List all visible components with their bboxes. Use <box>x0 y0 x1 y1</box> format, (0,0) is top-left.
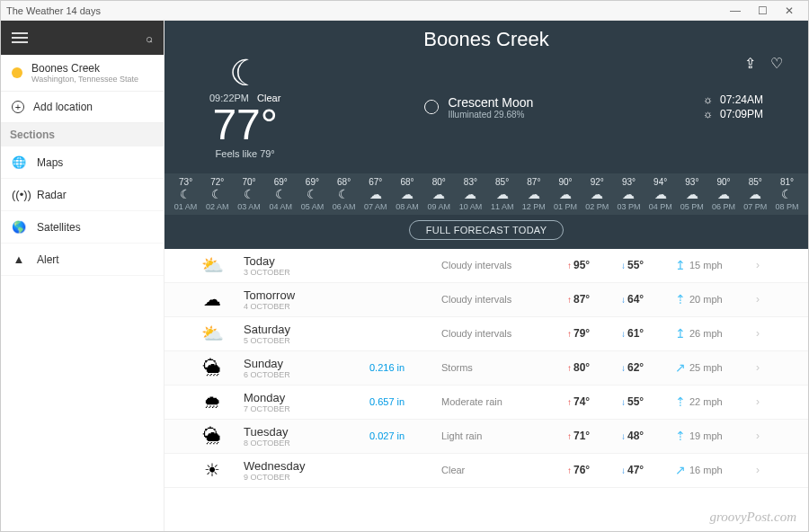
hourly-temp: 85° <box>486 177 518 187</box>
chevron-right-icon: › <box>756 361 774 374</box>
daily-high: 74° <box>567 395 621 408</box>
daily-wind: ↥26 mph <box>675 326 756 341</box>
daily-row[interactable]: 🌦Sunday6 OCTOBER0.216 inStorms80°62°↗25 … <box>164 351 808 386</box>
location-dot-icon <box>12 67 22 78</box>
hourly-icon: ☁ <box>455 187 486 202</box>
hourly-cell[interactable]: 94°☁04 PM <box>645 177 676 211</box>
menu-icon[interactable] <box>12 32 28 43</box>
daily-icon: ☀ <box>181 459 244 481</box>
sidebar-item-satellites[interactable]: 🌎Satellites <box>1 211 164 244</box>
add-location-button[interactable]: + Add location <box>1 92 164 123</box>
favorite-icon[interactable]: ♡ <box>770 55 783 72</box>
close-button[interactable]: ✕ <box>776 4 803 17</box>
daily-wind: ↗25 mph <box>675 360 756 375</box>
daily-name: Sunday <box>244 357 369 370</box>
hourly-cell[interactable]: 90°☁06 PM <box>707 177 739 211</box>
feels-like: Feels like 79° <box>216 148 275 159</box>
daily-condition: Cloudy intervals <box>441 328 567 339</box>
hourly-temp: 90° <box>707 177 739 187</box>
daily-row[interactable]: 🌧Monday7 OCTOBER0.657 inModerate rain74°… <box>164 386 808 420</box>
maximize-button[interactable]: ☐ <box>749 4 776 17</box>
hourly-time: 12 PM <box>518 202 549 211</box>
sidebar-item-radar[interactable]: ((•))Radar <box>1 179 164 211</box>
hourly-cell[interactable]: 81°☾08 PM <box>771 177 803 211</box>
hourly-cell[interactable]: 67°☁07 AM <box>360 177 391 211</box>
sidebar-item-maps[interactable]: 🌐Maps <box>1 146 164 179</box>
daily-date: 8 OCTOBER <box>244 439 369 448</box>
hourly-temp: 93° <box>613 177 645 187</box>
hourly-cell[interactable]: 73°☾01 AM <box>170 177 201 211</box>
hourly-cell[interactable]: 85°☁07 PM <box>740 177 771 211</box>
sidebar-item-label: Maps <box>37 156 63 169</box>
daily-low: 62° <box>621 361 675 374</box>
hourly-cell[interactable]: 69°☾04 AM <box>265 177 297 211</box>
plus-icon: + <box>12 101 24 113</box>
daily-high: 95° <box>567 259 621 271</box>
hourly-temp: 94° <box>645 177 676 187</box>
hourly-cell[interactable]: 70°☾03 AM <box>233 177 264 211</box>
wind-dir-icon: ↥ <box>675 326 686 341</box>
hourly-time: 04 PM <box>645 202 676 211</box>
daily-row[interactable]: ☁Tomorrow4 OCTOBERCloudy intervals87°64°… <box>164 283 808 317</box>
hourly-cell[interactable]: 68°☁08 AM <box>391 177 422 211</box>
daily-forecast-list[interactable]: ⛅Today3 OCTOBERCloudy intervals95°55°↥15… <box>164 249 808 531</box>
daily-row[interactable]: ⛅Saturday5 OCTOBERCloudy intervals79°61°… <box>164 317 808 351</box>
hourly-cell[interactable]: 69°☾05 AM <box>297 177 328 211</box>
hourly-time: 06 AM <box>328 202 360 211</box>
wind-dir-icon: ↗ <box>675 360 686 375</box>
hourly-cell[interactable]: 93°☁05 PM <box>676 177 707 211</box>
minimize-button[interactable]: — <box>722 4 749 17</box>
hourly-cell[interactable]: 72°☾02 AM <box>201 177 233 211</box>
daily-high: 71° <box>567 430 621 442</box>
full-forecast-button[interactable]: FULL FORECAST TODAY <box>409 220 565 240</box>
sidebar-item-alert[interactable]: ▲Alert <box>1 244 164 276</box>
hourly-time: 07 AM <box>360 202 391 211</box>
hourly-cell[interactable]: 87°☁12 PM <box>518 177 549 211</box>
daily-wind: ⇡20 mph <box>675 292 756 306</box>
daily-precip: 0.027 in <box>369 430 441 441</box>
daily-row[interactable]: ☀Wednesday9 OCTOBERClear76°47°↗16 mph› <box>164 454 808 488</box>
city-title: Boones Creek <box>182 28 790 51</box>
main-panel: Boones Creek ⇪ ♡ ☾ 09:22PM Clear 77° Fee… <box>164 21 808 531</box>
hourly-cell[interactable]: 90°☁01 PM <box>549 177 581 211</box>
share-icon[interactable]: ⇪ <box>744 55 756 72</box>
moon-phase-icon <box>424 100 439 114</box>
hourly-cell[interactable]: 68°☾06 AM <box>328 177 360 211</box>
hourly-icon: ☁ <box>613 187 645 202</box>
alert-icon: ▲ <box>12 253 26 266</box>
daily-condition: Light rain <box>441 430 567 441</box>
moon-phase-name: Crescent Moon <box>448 95 533 110</box>
add-location-label: Add location <box>33 101 93 113</box>
hourly-cell[interactable]: 80°☁09 AM <box>423 177 455 211</box>
hourly-cell[interactable]: 83°☁10 AM <box>455 177 486 211</box>
daily-row[interactable]: 🌦Tuesday8 OCTOBER0.027 inLight rain71°48… <box>164 420 808 454</box>
chevron-right-icon: › <box>756 395 774 408</box>
location-item[interactable]: Boones Creek Washington, Tennessee State <box>1 55 164 92</box>
hourly-icon: ☁ <box>676 187 707 202</box>
hourly-time: 05 AM <box>297 202 328 211</box>
moon-phase: Crescent Moon Illuminated 29.68% <box>424 95 667 120</box>
daily-icon: 🌦 <box>181 358 244 378</box>
daily-name: Tuesday <box>244 425 369 439</box>
sun-times: ☼07:24AM ☼07:09PM <box>703 93 763 120</box>
hourly-temp: 87° <box>518 177 549 187</box>
hourly-icon: ☁ <box>740 187 771 202</box>
hourly-icon: ☁ <box>707 187 739 202</box>
globe-icon: 🌐 <box>12 155 26 169</box>
hourly-icon: ☁ <box>645 187 676 202</box>
search-icon[interactable]: ⌕ <box>146 31 153 45</box>
hourly-cell[interactable]: 93°☁03 PM <box>613 177 645 211</box>
hourly-icon: ☾ <box>233 187 264 202</box>
hourly-cell[interactable]: 85°☁11 AM <box>486 177 518 211</box>
daily-row[interactable]: ⛅Today3 OCTOBERCloudy intervals95°55°↥15… <box>164 249 808 283</box>
daily-precip: 0.216 in <box>369 362 441 373</box>
hourly-time: 05 PM <box>676 202 707 211</box>
chevron-right-icon: › <box>756 430 774 442</box>
sunrise-time: 07:24AM <box>720 93 763 106</box>
hourly-temp: 73° <box>170 177 201 187</box>
hourly-temp: 85° <box>740 177 771 187</box>
hourly-forecast-strip[interactable]: 73°☾01 AM72°☾02 AM70°☾03 AM69°☾04 AM69°☾… <box>164 173 808 215</box>
wind-dir-icon: ⇡ <box>675 429 686 443</box>
hourly-cell[interactable]: 92°☁02 PM <box>582 177 613 211</box>
sidebar-topbar: ⌕ <box>1 21 164 55</box>
